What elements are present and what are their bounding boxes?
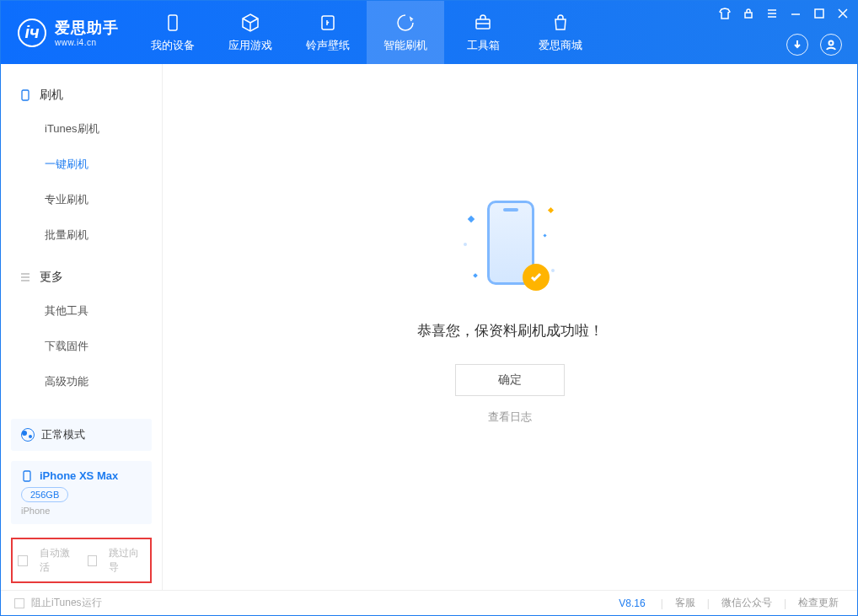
device-type: iPhone [21, 506, 50, 516]
mode-card[interactable]: 正常模式 [11, 419, 152, 451]
phone-icon [19, 89, 31, 101]
main-nav: 我的设备 应用游戏 铃声壁纸 智能刷机 工具箱 爱思商城 [134, 1, 599, 64]
nav-my-device[interactable]: 我的设备 [134, 1, 212, 64]
menu-icon[interactable] [764, 6, 780, 21]
nav-label: 铃声壁纸 [306, 38, 350, 53]
nav-label: 工具箱 [467, 38, 500, 53]
refresh-icon [395, 13, 416, 33]
svg-rect-7 [24, 471, 30, 481]
success-illustration [472, 196, 548, 297]
skip-guide-label: 跳过向导 [109, 546, 145, 575]
nav-label: 我的设备 [151, 38, 195, 53]
minimize-button[interactable] [788, 6, 803, 21]
bag-icon [550, 13, 571, 33]
window-controls [717, 6, 850, 21]
device-small-icon [21, 470, 33, 482]
mode-icon [21, 428, 35, 442]
block-itunes-label: 阻止iTunes运行 [31, 596, 102, 610]
lock-icon[interactable] [741, 6, 756, 21]
footer-link-support[interactable]: 客服 [670, 596, 700, 610]
group-title: 刷机 [40, 88, 63, 103]
version-label: V8.16 [619, 597, 645, 609]
nav-label: 爱思商城 [539, 38, 582, 53]
app-name: 爱思助手 [55, 18, 119, 38]
group-title: 更多 [40, 270, 63, 285]
view-log-link[interactable]: 查看日志 [488, 410, 532, 425]
shirt-icon[interactable] [717, 6, 732, 21]
logo-text: 爱思助手 www.i4.cn [55, 18, 119, 47]
main-content: 恭喜您，保资料刷机成功啦！ 确定 查看日志 [163, 64, 857, 590]
download-icon[interactable] [786, 34, 808, 56]
nav-apps-games[interactable]: 应用游戏 [212, 1, 289, 64]
nav-label: 智能刷机 [383, 38, 427, 53]
device-name-row: iPhone XS Max [21, 469, 118, 482]
sidebar-group-flash: 刷机 [1, 79, 162, 111]
header-actions [786, 34, 842, 56]
success-check-icon [523, 264, 550, 291]
svg-rect-0 [169, 15, 177, 30]
maximize-button[interactable] [812, 6, 827, 21]
toolbox-icon [473, 13, 493, 33]
sidebar-item-batch-flash[interactable]: 批量刷机 [1, 217, 162, 253]
auto-activate-checkbox[interactable] [18, 555, 28, 566]
music-icon [318, 13, 338, 33]
svg-rect-4 [815, 9, 823, 18]
footer-link-update[interactable]: 检查更新 [793, 596, 844, 610]
sidebar-item-itunes-flash[interactable]: iTunes刷机 [1, 111, 162, 147]
nav-store[interactable]: 爱思商城 [522, 1, 599, 64]
block-itunes-checkbox[interactable] [14, 598, 24, 608]
highlighted-checkbox-row: 自动激活 跳过向导 [11, 538, 152, 583]
success-message: 恭喜您，保资料刷机成功啦！ [417, 321, 603, 340]
cube-icon [240, 13, 260, 33]
skip-guide-checkbox[interactable] [88, 555, 98, 566]
app-url: www.i4.cn [55, 38, 119, 47]
nav-ringtones[interactable]: 铃声壁纸 [289, 1, 367, 64]
device-card[interactable]: iPhone XS Max 256GB iPhone [11, 461, 152, 524]
nav-toolbox[interactable]: 工具箱 [444, 1, 522, 64]
close-button[interactable] [835, 6, 850, 21]
svg-rect-6 [22, 90, 29, 100]
sidebar-group-more: 更多 [1, 261, 162, 293]
sidebar: 刷机 iTunes刷机 一键刷机 专业刷机 批量刷机 更多 其他工具 下载固件 … [1, 64, 163, 590]
nav-label: 应用游戏 [228, 38, 272, 53]
sidebar-item-download-firmware[interactable]: 下载固件 [1, 329, 162, 364]
device-icon [163, 13, 183, 33]
device-name: iPhone XS Max [40, 469, 118, 482]
sidebar-item-pro-flash[interactable]: 专业刷机 [1, 182, 162, 217]
ok-button[interactable]: 确定 [455, 364, 565, 396]
list-icon [19, 271, 31, 283]
app-logo-icon: iч [18, 19, 46, 47]
sidebar-item-oneclick-flash[interactable]: 一键刷机 [1, 147, 162, 182]
logo-area: iч 爱思助手 www.i4.cn [1, 18, 134, 47]
app-body: 刷机 iTunes刷机 一键刷机 专业刷机 批量刷机 更多 其他工具 下载固件 … [1, 64, 857, 590]
sidebar-item-other-tools[interactable]: 其他工具 [1, 293, 162, 329]
footer: 阻止iTunes运行 V8.16 | 客服 | 微信公众号 | 检查更新 [1, 590, 857, 615]
footer-link-wechat[interactable]: 微信公众号 [716, 596, 777, 610]
svg-point-5 [829, 41, 834, 46]
device-storage-badge: 256GB [21, 487, 68, 502]
sidebar-item-advanced[interactable]: 高级功能 [1, 364, 162, 399]
auto-activate-label: 自动激活 [40, 546, 76, 575]
user-icon[interactable] [820, 34, 842, 56]
nav-smart-flash[interactable]: 智能刷机 [367, 1, 444, 64]
mode-label: 正常模式 [41, 427, 85, 442]
svg-rect-3 [745, 13, 752, 18]
app-header: iч 爱思助手 www.i4.cn 我的设备 应用游戏 铃声壁纸 智能刷机 工具… [1, 1, 857, 64]
